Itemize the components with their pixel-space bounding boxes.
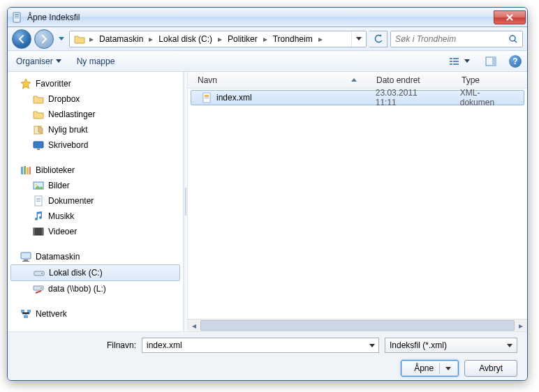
network-icon [20, 308, 31, 319]
star-icon [20, 78, 31, 89]
svg-rect-2 [15, 16, 19, 17]
drive-icon [34, 267, 45, 278]
tree-item-downloads[interactable]: Nedlastinger [8, 107, 183, 122]
file-row[interactable]: index.xml 23.03.2011 11:11 XML-dokumen [191, 90, 524, 105]
column-modified[interactable]: Dato endret [367, 72, 452, 88]
dialog-body: Favoritter Dropbox Nedlastinger Nylig br… [8, 72, 527, 331]
dialog-footer: Filnavn: Indeksfil (*.xml) Åpne Avbryt [8, 331, 527, 381]
svg-rect-7 [450, 61, 452, 62]
new-folder-button[interactable]: Ny mappe [74, 54, 118, 68]
chevron-right-icon[interactable]: ▸ [262, 34, 269, 44]
column-name[interactable]: Navn [188, 72, 367, 88]
videos-icon [33, 226, 44, 237]
svg-rect-37 [27, 310, 31, 312]
documents-icon [33, 195, 44, 206]
svg-rect-40 [205, 95, 209, 97]
breadcrumb-segment[interactable]: Lokal disk (C:) [154, 31, 216, 47]
svg-rect-36 [21, 310, 24, 312]
preview-pane-toggle[interactable] [482, 54, 499, 68]
search-box[interactable] [390, 31, 523, 47]
tree-item-local-disk[interactable]: Lokal disk (C:) [10, 264, 180, 281]
search-icon [508, 34, 518, 44]
svg-rect-14 [34, 142, 43, 148]
svg-point-21 [36, 184, 38, 186]
computer-icon [20, 251, 31, 262]
tree-label: data (\\bob) (L:) [48, 284, 106, 294]
file-modified: 23.03.2011 11:11 [376, 89, 441, 107]
breadcrumb-segment[interactable]: Trondheim [269, 31, 317, 47]
svg-rect-31 [22, 261, 29, 262]
tree-label: Skrivebord [48, 140, 88, 150]
chevron-right-icon[interactable]: ▸ [147, 34, 154, 44]
tree-item-videos[interactable]: Videoer [8, 224, 183, 239]
tree-item-dropbox[interactable]: Dropbox [8, 91, 183, 107]
open-button[interactable]: Åpne [401, 360, 459, 377]
help-button[interactable]: ? [509, 55, 522, 68]
svg-rect-9 [450, 63, 452, 65]
close-button[interactable] [494, 10, 526, 24]
folder-icon [33, 93, 44, 105]
tree-item-desktop[interactable]: Skrivebord [8, 137, 183, 153]
tree-item-network-drive[interactable]: data (\\bob) (L:) [8, 281, 183, 296]
column-type[interactable]: Type [452, 72, 489, 88]
svg-rect-19 [29, 167, 31, 174]
file-list[interactable]: index.xml 23.03.2011 11:11 XML-dokumen [188, 89, 527, 319]
column-label: Type [462, 75, 480, 85]
filename-input[interactable] [142, 340, 366, 350]
svg-rect-26 [34, 228, 43, 235]
tree-item-pictures[interactable]: Bilder [8, 178, 183, 193]
cancel-label: Avbryt [479, 363, 503, 373]
navigation-tree[interactable]: Favoritter Dropbox Nedlastinger Nylig br… [8, 72, 184, 331]
breadcrumb-segment[interactable]: Politiker [223, 31, 262, 47]
tree-label: Nylig brukt [48, 125, 88, 135]
tree-item-documents[interactable]: Dokumenter [8, 193, 183, 209]
column-label: Dato endret [376, 75, 420, 85]
address-bar[interactable]: ▸ Datamaskin ▸ Lokal disk (C:) ▸ Politik… [69, 31, 367, 47]
breadcrumb-segment[interactable]: Datamaskin [95, 31, 147, 47]
chevron-down-icon[interactable] [445, 367, 451, 370]
svg-rect-17 [24, 166, 26, 174]
tree-group-libraries[interactable]: Biblioteker [8, 163, 183, 178]
network-drive-icon [33, 283, 44, 294]
tree-label: Favoritter [36, 79, 71, 89]
recent-locations-dropdown[interactable] [57, 31, 66, 47]
scroll-right-button[interactable]: ▸ [515, 319, 527, 331]
tree-label: Nedlastinger [48, 110, 95, 119]
horizontal-scrollbar[interactable]: ◂ ▸ [188, 319, 527, 331]
view-options[interactable] [446, 54, 473, 68]
column-label: Navn [198, 75, 217, 85]
music-icon [33, 211, 44, 222]
scroll-left-button[interactable]: ◂ [188, 319, 200, 331]
address-dropdown[interactable] [351, 31, 366, 47]
svg-rect-30 [24, 259, 28, 261]
organize-menu[interactable]: Organiser [13, 54, 64, 68]
filename-combobox[interactable] [142, 338, 379, 353]
folder-icon [70, 33, 88, 45]
titlebar[interactable]: Åpne Indeksfil [8, 8, 527, 27]
tree-label: Nettverk [36, 309, 67, 319]
filetype-combobox[interactable]: Indeksfil (*.xml) [385, 338, 517, 353]
svg-rect-3 [15, 17, 19, 18]
open-label: Åpne [414, 363, 434, 373]
tree-item-recent[interactable]: Nylig brukt [8, 122, 183, 137]
recent-icon [33, 124, 44, 135]
svg-rect-15 [37, 149, 40, 150]
chevron-right-icon[interactable]: ▸ [317, 34, 324, 44]
tree-group-computer[interactable]: Datamaskin [8, 249, 183, 264]
tree-item-music[interactable]: Musikk [8, 209, 183, 224]
splitter[interactable] [184, 72, 188, 331]
cancel-button[interactable]: Avbryt [464, 360, 517, 377]
chevron-right-icon[interactable]: ▸ [88, 34, 95, 44]
filename-dropdown[interactable] [366, 338, 378, 352]
tree-group-network[interactable]: Nettverk [8, 306, 183, 322]
forward-button[interactable] [34, 29, 54, 49]
open-file-dialog: Åpne Indeksfil ▸ Datamaskin ▸ Lokal disk… [7, 7, 528, 381]
refresh-button[interactable] [369, 31, 387, 47]
back-button[interactable] [12, 29, 31, 49]
tree-group-favorites[interactable]: Favoritter [8, 76, 183, 91]
file-type: XML-dokumen [460, 89, 514, 107]
tree-label: Biblioteker [36, 165, 75, 175]
scroll-thumb[interactable] [200, 320, 515, 331]
chevron-right-icon[interactable]: ▸ [216, 34, 223, 44]
search-input[interactable] [395, 34, 508, 44]
